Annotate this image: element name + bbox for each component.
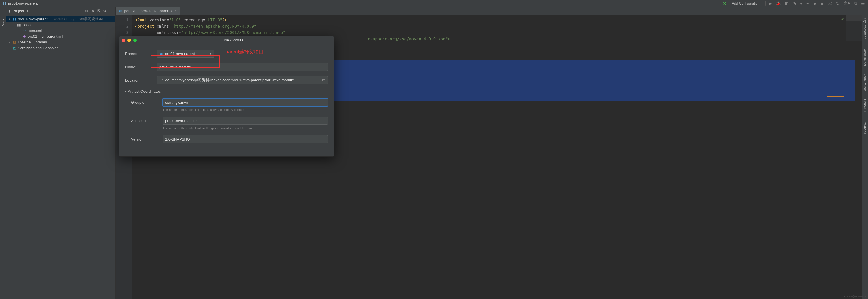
maven-file-icon: m: [119, 9, 123, 13]
tree-item-label: .idea: [23, 23, 31, 27]
top-toolbar: ▮▮ pro01-mvn-parent ⚒ Add Configuration.…: [0, 0, 868, 7]
new-module-dialog: New Module parent选择父项目 Parent: m pro01-m…: [119, 36, 334, 157]
scratches-icon: ◩: [12, 46, 17, 50]
left-rail: Project: [0, 7, 6, 299]
folder-icon: ▮▮: [17, 23, 21, 27]
editor-tab[interactable]: m pom.xml (pro01-mvn-parent) ×: [116, 7, 180, 15]
tree-iml-file[interactable]: ◆ pro01-mvn-parent.iml: [6, 33, 115, 39]
tree-idea-folder[interactable]: ▸ ▮▮ .idea: [6, 22, 115, 28]
window-zoom-icon[interactable]: [133, 39, 137, 42]
artifactid-label: ArtifactId:: [125, 119, 163, 123]
editor-tab-label: pom.xml (pro01-mvn-parent): [124, 9, 172, 13]
coverage-icon[interactable]: ◧: [784, 1, 789, 6]
rail-redis-helper[interactable]: Redis Helper: [863, 46, 867, 68]
project-folder-icon: ▮▮: [2, 1, 6, 5]
rail-chatgpt[interactable]: ChatGPT: [863, 97, 867, 114]
groupid-input[interactable]: [163, 98, 328, 106]
tree-root[interactable]: ▾ ▮▮ pro01-mvn-parent ~/Documents/yanAn/…: [6, 16, 115, 22]
project-view-icon: ▮: [9, 9, 11, 13]
project-panel-title[interactable]: Project: [12, 9, 24, 13]
annotation-text: parent选择父项目: [225, 49, 264, 55]
profile-icon[interactable]: ◔: [792, 1, 797, 6]
translate-icon[interactable]: 文A: [843, 1, 851, 6]
add-configuration-button[interactable]: Add Configuration...: [729, 1, 766, 6]
section-label: Artifact Coordinates: [128, 89, 161, 94]
settings-icon[interactable]: ☰: [860, 1, 866, 6]
collapse-all-icon[interactable]: ⇱: [97, 9, 100, 13]
right-rail: Key Promoter X Redis Helper Json Parser …: [862, 7, 868, 299]
chevron-down-icon: ▾: [210, 52, 211, 55]
more-run-icon[interactable]: ✦: [805, 1, 810, 6]
expand-all-icon[interactable]: ⇲: [91, 9, 94, 13]
maven-module-icon: m: [160, 52, 163, 56]
editor-selection: [248, 60, 855, 100]
project-rail-label[interactable]: Project: [1, 16, 5, 29]
update-icon[interactable]: ↻: [835, 1, 840, 6]
tree-pom-file[interactable]: m pom.xml: [6, 28, 115, 33]
browse-folder-icon[interactable]: 🗀: [322, 78, 326, 82]
artifactid-help: The name of the artifact within the grou…: [163, 126, 328, 130]
parent-dropdown[interactable]: m pro01-mvn-parent ▾: [157, 50, 214, 58]
search-icon[interactable]: ⧉: [853, 1, 858, 6]
run-icon[interactable]: ▶: [768, 1, 773, 6]
location-input[interactable]: [157, 76, 328, 84]
rail-database[interactable]: Database: [863, 119, 867, 136]
iml-file-icon: ◆: [22, 34, 27, 38]
stop-icon[interactable]: ■: [820, 1, 824, 6]
version-input[interactable]: [163, 135, 328, 143]
close-icon[interactable]: ×: [175, 9, 177, 13]
library-icon: ▥: [12, 40, 17, 44]
line-number: 1: [116, 17, 129, 23]
parent-label: Parent:: [125, 52, 157, 56]
tree-item-label: Scratches and Consoles: [18, 46, 58, 50]
artifactid-input[interactable]: [163, 117, 328, 125]
location-label: Location:: [125, 78, 157, 82]
chevron-down-icon[interactable]: ▾: [27, 9, 28, 12]
hide-icon[interactable]: —: [110, 9, 113, 13]
gear-icon[interactable]: ✿: [103, 9, 106, 13]
breadcrumb[interactable]: pro01-mvn-parent: [8, 1, 38, 5]
tree-item-label: External Libraries: [18, 40, 47, 44]
chevron-down-icon: ▾: [125, 90, 126, 93]
tree-root-path: ~/Documents/yanAn/学习资料/M: [49, 17, 103, 22]
line-number: 2: [116, 23, 129, 29]
groupid-label: GroupId:: [125, 100, 163, 104]
build-icon[interactable]: ⚒: [723, 1, 726, 6]
rail-json-parser[interactable]: Json Parser: [863, 72, 867, 93]
editor-tab-bar: m pom.xml (pro01-mvn-parent) ×: [116, 7, 862, 15]
tree-item-label: pom.xml: [28, 29, 42, 33]
artifact-coordinates-header[interactable]: ▾ Artifact Coordinates: [125, 89, 328, 94]
maven-file-icon: m: [22, 29, 27, 33]
watermark: CSDN @HGW689: [844, 295, 866, 298]
dialog-title: New Module: [224, 38, 244, 42]
tree-root-label: pro01-mvn-parent: [18, 17, 48, 21]
tree-external-libs[interactable]: ▸ ▥ External Libraries: [6, 39, 115, 45]
select-opened-icon[interactable]: ⊕: [85, 9, 88, 13]
window-minimize-icon[interactable]: [127, 39, 131, 42]
name-label: Name:: [125, 65, 157, 69]
rail-key-promoter[interactable]: Key Promoter X: [863, 16, 867, 41]
module-folder-icon: ▮▮: [12, 17, 17, 21]
project-panel-header: ▮ Project ▾ ⊕ ⇲ ⇱ ✿ —: [6, 7, 115, 15]
project-tree[interactable]: ▾ ▮▮ pro01-mvn-parent ~/Documents/yanAn/…: [6, 15, 115, 52]
version-label: Version:: [125, 137, 163, 142]
groupid-help: The name of the artifact group, usually …: [163, 108, 328, 112]
project-tool-window: ▮ Project ▾ ⊕ ⇲ ⇱ ✿ — ▾ ▮▮ pro01-mvn-par…: [6, 7, 116, 299]
name-input[interactable]: [157, 63, 328, 71]
dialog-titlebar[interactable]: New Module: [119, 36, 334, 44]
git-icon[interactable]: ⎇: [827, 1, 833, 6]
tree-scratches[interactable]: ▸ ◩ Scratches and Consoles: [6, 45, 115, 51]
parent-value: pro01-mvn-parent: [165, 52, 195, 56]
scrollbar-warning-stripe: [827, 96, 844, 97]
line-number: 3: [116, 29, 129, 36]
run2-icon[interactable]: ▶: [813, 1, 818, 6]
tree-item-label: pro01-mvn-parent.iml: [28, 34, 63, 39]
debug-icon[interactable]: 🐞: [775, 1, 782, 6]
separator-icon: ▾: [799, 1, 803, 6]
window-close-icon[interactable]: [122, 39, 125, 42]
